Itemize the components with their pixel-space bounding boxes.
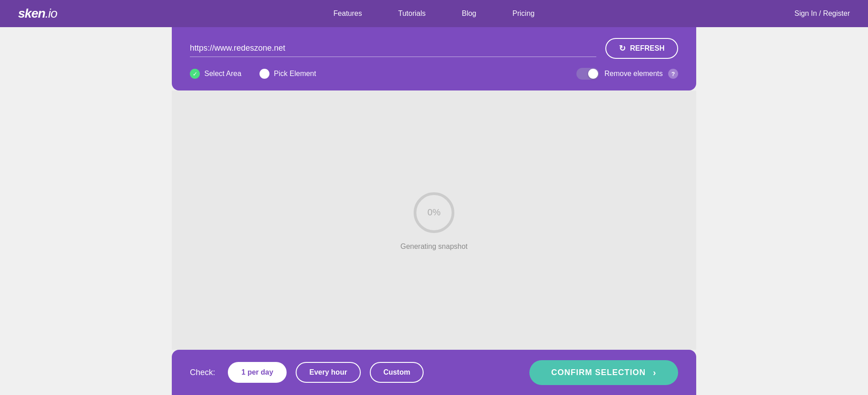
confirm-arrow-icon: › <box>653 367 656 378</box>
remove-elements-label: Remove elements <box>604 70 663 78</box>
toggle-knob <box>588 69 598 79</box>
remove-elements-section: Remove elements ? <box>576 68 678 80</box>
pick-element-label: Pick Element <box>274 70 316 78</box>
select-area-option[interactable]: ✓ Select Area <box>190 69 241 79</box>
content-area: 0% Generating snapshot <box>172 90 696 350</box>
select-area-label: Select Area <box>204 70 241 78</box>
signin-link[interactable]: Sign In / Register <box>794 10 850 18</box>
check-label: Check: <box>190 368 215 377</box>
top-panel: ↻ REFRESH ✓ Select Area Pick Element Rem… <box>172 27 696 90</box>
nav-blog[interactable]: Blog <box>462 10 476 18</box>
controls-row: ✓ Select Area Pick Element Remove elemen… <box>190 68 678 80</box>
refresh-button[interactable]: ↻ REFRESH <box>605 38 678 59</box>
select-area-checkbox: ✓ <box>190 69 200 79</box>
refresh-label: REFRESH <box>630 44 665 52</box>
btn-1-per-day[interactable]: 1 per day <box>228 362 287 383</box>
confirm-label: CONFIRM SELECTION <box>551 368 646 377</box>
url-input[interactable] <box>190 40 596 57</box>
bottom-panel: Check: 1 per day Every hour Custom CONFI… <box>172 350 696 395</box>
pick-element-radio <box>259 69 269 79</box>
logo: sken.io <box>18 6 57 21</box>
help-icon[interactable]: ? <box>668 69 678 79</box>
remove-elements-toggle[interactable] <box>576 68 599 80</box>
main-wrapper: ↻ REFRESH ✓ Select Area Pick Element Rem… <box>0 27 868 395</box>
url-row: ↻ REFRESH <box>190 38 678 59</box>
nav-tutorials[interactable]: Tutorials <box>398 10 426 18</box>
nav-pricing[interactable]: Pricing <box>513 10 535 18</box>
progress-circle: 0% <box>411 190 457 235</box>
generating-text: Generating snapshot <box>401 243 468 251</box>
confirm-selection-button[interactable]: CONFIRM SELECTION › <box>529 360 678 385</box>
pick-element-option[interactable]: Pick Element <box>259 69 316 79</box>
header: sken.io Features Tutorials Blog Pricing … <box>0 0 868 27</box>
progress-container: 0% Generating snapshot <box>401 190 468 251</box>
nav: Features Tutorials Blog Pricing <box>262 10 606 18</box>
btn-every-hour[interactable]: Every hour <box>296 362 361 383</box>
btn-custom[interactable]: Custom <box>370 362 424 383</box>
refresh-icon: ↻ <box>619 43 626 53</box>
svg-text:0%: 0% <box>428 207 441 217</box>
nav-features[interactable]: Features <box>334 10 362 18</box>
